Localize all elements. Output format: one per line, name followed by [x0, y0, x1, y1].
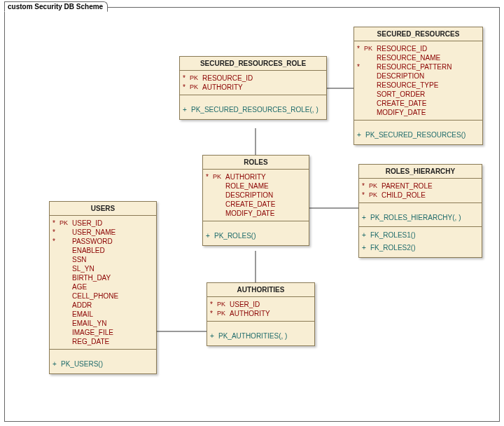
pk-mark: PK: [217, 300, 230, 309]
attr-row: *PKRESOURCE_ID: [180, 74, 326, 83]
attr-row: SSN: [50, 255, 156, 264]
visibility-mark: +: [52, 359, 61, 369]
entity-roles: ROLES *PKAUTHORITYROLE_NAMEDESCRIPTIONCR…: [202, 155, 309, 246]
attr-name: USER_NAME: [72, 228, 115, 237]
attr-row: *PKAUTHORITY: [180, 83, 326, 92]
attr-name: AGE: [72, 282, 87, 291]
canvas: custom Security DB Scheme SECURED_RESOUR…: [0, 0, 504, 426]
req-mark: *: [52, 237, 59, 246]
op-signature: FK_ROLES2(): [370, 243, 415, 253]
attr-row: DESCRIPTION: [203, 191, 309, 200]
op-row: +PK_SECURED_RESOURCES_ROLE(, ): [180, 104, 326, 116]
op-row: +PK_ROLES(): [203, 230, 309, 242]
entity-ops: +PK_AUTHORITIES(, ): [207, 327, 314, 345]
entity-ops: +PK_ROLES_HIERARCHY(, )+FK_ROLES1()+FK_R…: [359, 209, 482, 257]
attr-row: RESOURCE_NAME: [354, 53, 482, 62]
attr-row: *PKAUTHORITY: [207, 309, 314, 318]
attr-name: ENABLED: [72, 246, 105, 255]
entity-title: AUTHORITIES: [207, 283, 314, 297]
op-signature: PK_USERS(): [61, 359, 103, 369]
entity-attrs: *PKPARENT_ROLE*PKCHILD_ROLE: [359, 179, 482, 203]
attr-name: AUTHORITY: [230, 309, 270, 318]
attr-name: ROLE_NAME: [225, 181, 269, 191]
attr-name: DESCRIPTION: [377, 71, 424, 81]
attr-name: RESOURCE_ID: [202, 74, 253, 83]
attr-row: CREATE_DATE: [354, 99, 482, 108]
entity-roles-hierarchy: ROLES_HIERARCHY *PKPARENT_ROLE*PKCHILD_R…: [358, 164, 482, 258]
attr-name: PASSWORD: [72, 237, 113, 246]
attr-name: RESOURCE_NAME: [377, 53, 440, 62]
entity-attrs: *PKRESOURCE_IDRESOURCE_NAME*RESOURCE_PAT…: [354, 41, 482, 121]
entity-users: USERS *PKUSER_ID*USER_NAME*PASSWORDENABL…: [49, 201, 157, 374]
attr-name: IMAGE_FILE: [72, 328, 113, 337]
attr-name: AUTHORITY: [202, 83, 243, 92]
attr-name: USER_ID: [230, 300, 260, 309]
attr-row: *USER_NAME: [50, 228, 156, 237]
entity-title: ROLES: [203, 156, 309, 170]
attr-row: REG_DATE: [50, 337, 156, 346]
attr-name: EMAIL_YN: [72, 319, 106, 328]
attr-name: SL_YN: [72, 264, 94, 273]
entity-attrs: *PKUSER_ID*PKAUTHORITY: [207, 297, 314, 322]
attr-name: AUTHORITY: [225, 172, 266, 181]
pk-mark: PK: [369, 191, 382, 200]
attr-row: EMAIL_YN: [50, 319, 156, 328]
pk-mark: PK: [190, 74, 202, 83]
attr-name: DESCRIPTION: [225, 191, 273, 200]
entity-title: USERS: [50, 202, 156, 216]
op-signature: PK_ROLES(): [214, 231, 255, 241]
attr-row: *PKPARENT_ROLE: [359, 181, 482, 191]
attr-name: PARENT_ROLE: [382, 181, 433, 191]
op-row: +PK_SECURED_RESOURCES(): [354, 129, 482, 142]
attr-name: RESOURCE_PATTERN: [377, 62, 451, 71]
entity-authorities: AUTHORITIES *PKUSER_ID*PKAUTHORITY +PK_A…: [206, 282, 315, 346]
diagram-title: custom Security DB Scheme: [4, 1, 108, 12]
entity-ops: +PK_SECURED_RESOURCES_ROLE(, ): [180, 101, 326, 119]
req-mark: *: [357, 44, 364, 53]
req-mark: *: [357, 62, 364, 71]
attr-name: USER_ID: [72, 219, 102, 228]
visibility-mark: +: [362, 231, 370, 240]
op-signature: PK_AUTHORITIES(, ): [218, 331, 287, 341]
attr-row: MODIFY_DATE: [203, 209, 309, 218]
attr-name: SSN: [72, 255, 87, 264]
op-row: +PK_USERS(): [50, 358, 156, 371]
entity-secured-resources: SECURED_RESOURCES *PKRESOURCE_IDRESOURCE…: [354, 27, 483, 145]
attr-row: *PKRESOURCE_ID: [354, 44, 482, 53]
pk-mark: PK: [217, 309, 230, 318]
op-signature: PK_SECURED_RESOURCES(): [365, 130, 465, 140]
op-row: +FK_ROLES2(): [359, 242, 482, 254]
req-mark: *: [362, 191, 369, 200]
pk-mark: PK: [190, 83, 202, 92]
attr-row: CREATE_DATE: [203, 200, 309, 209]
attr-name: RESOURCE_ID: [377, 44, 427, 53]
op-signature: PK_ROLES_HIERARCHY(, ): [370, 213, 461, 223]
attr-name: MODIFY_DATE: [377, 108, 426, 117]
attr-row: MODIFY_DATE: [354, 108, 482, 117]
attr-name: SORT_ORDER: [377, 90, 425, 99]
attr-row: *RESOURCE_PATTERN: [354, 62, 482, 71]
op-row: +FK_ROLES1(): [359, 229, 482, 242]
attr-row: IMAGE_FILE: [50, 328, 156, 337]
entity-ops: +PK_USERS(): [50, 355, 156, 373]
attr-row: BIRTH_DAY: [50, 273, 156, 282]
req-mark: *: [210, 300, 217, 309]
attr-row: *PASSWORD: [50, 237, 156, 246]
attr-row: ENABLED: [50, 246, 156, 255]
req-mark: *: [183, 83, 190, 92]
entity-title: ROLES_HIERARCHY: [359, 165, 482, 179]
pk-mark: PK: [364, 44, 377, 53]
attr-row: SL_YN: [50, 264, 156, 273]
attr-row: AGE: [50, 282, 156, 291]
req-mark: *: [206, 172, 213, 181]
op-row: +PK_ROLES_HIERARCHY(, ): [359, 212, 482, 224]
attr-name: CREATE_DATE: [377, 99, 426, 108]
attr-row: DESCRIPTION: [354, 71, 482, 81]
attr-name: CREATE_DATE: [225, 200, 275, 209]
entity-attrs: *PKAUTHORITYROLE_NAMEDESCRIPTIONCREATE_D…: [203, 170, 309, 221]
attr-name: EMAIL: [72, 310, 93, 319]
entity-ops: +PK_SECURED_RESOURCES(): [354, 126, 482, 144]
visibility-mark: +: [357, 130, 365, 140]
attr-row: *PKCHILD_ROLE: [359, 191, 482, 200]
attr-name: CHILD_ROLE: [382, 191, 426, 200]
